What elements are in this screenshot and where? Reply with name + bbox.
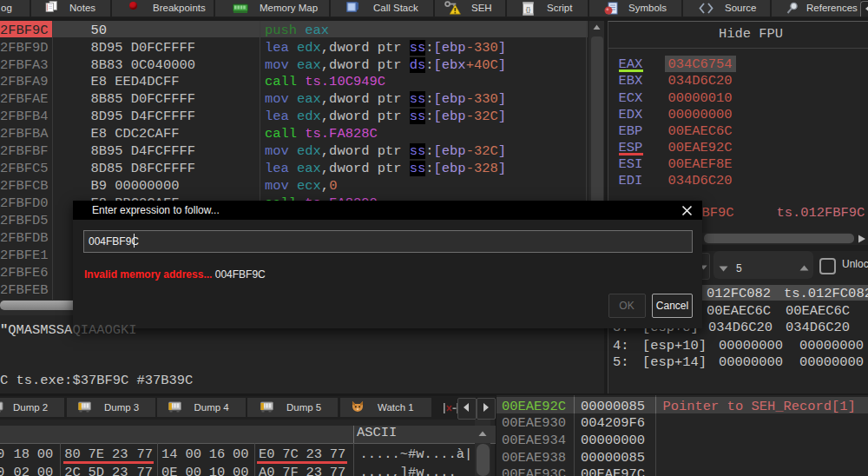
svg-text:{}: {} bbox=[526, 5, 531, 13]
